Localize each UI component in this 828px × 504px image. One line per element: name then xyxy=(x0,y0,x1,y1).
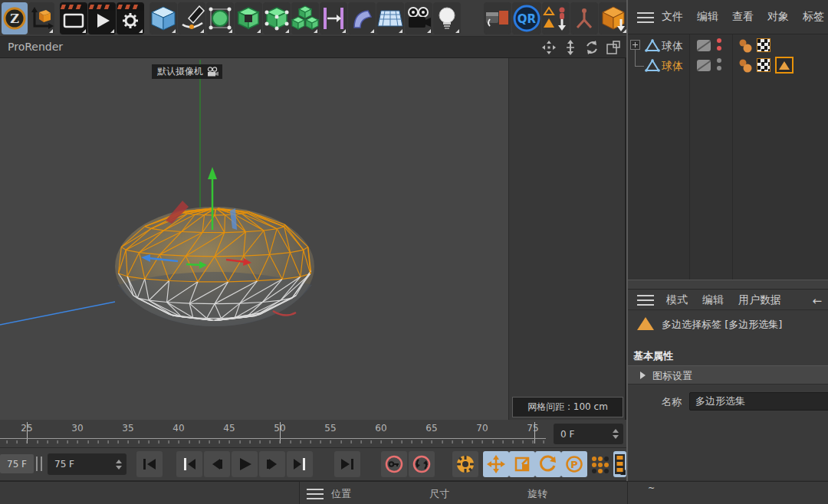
object-name[interactable]: 球体 xyxy=(662,40,683,54)
next-frame-button[interactable] xyxy=(259,451,285,477)
camera-small-icon xyxy=(206,67,219,77)
array-generator-icon[interactable] xyxy=(291,2,319,34)
ruler-baseline xyxy=(0,438,546,439)
range-slider-grip[interactable] xyxy=(36,457,42,471)
object-manager[interactable]: 球体 球体 xyxy=(628,34,828,280)
menu-tags[interactable]: 标签 xyxy=(803,10,824,24)
right-panel: 文件 编辑 查看 对象 标签 球体 xyxy=(626,0,828,481)
menu-mode[interactable]: 模式 xyxy=(666,293,688,307)
editor-visibility-dot[interactable] xyxy=(717,58,721,63)
character-definition-icon[interactable] xyxy=(542,2,570,34)
camera-icon[interactable] xyxy=(405,2,432,34)
next-key-button[interactable] xyxy=(287,451,313,477)
goto-end-button[interactable] xyxy=(334,451,360,477)
joint-tool-icon[interactable] xyxy=(570,2,598,34)
record-keyframe-button[interactable] xyxy=(381,451,407,477)
chevron-up-icon[interactable] xyxy=(613,429,619,433)
current-frame-spinner[interactable]: 75 F xyxy=(48,453,127,475)
key-parameter-toggle[interactable]: P xyxy=(561,451,587,477)
chevron-down-icon[interactable] xyxy=(116,466,122,470)
range-end-value: 75 F xyxy=(7,459,27,470)
triangle-icon xyxy=(779,61,790,70)
menu-file[interactable]: 文件 xyxy=(662,10,683,24)
axis-modeling-icon[interactable] xyxy=(28,2,54,34)
menu-object[interactable]: 对象 xyxy=(767,10,789,24)
key-rotation-toggle[interactable] xyxy=(535,451,561,477)
bend-deformer-icon[interactable] xyxy=(348,2,376,34)
render-picture-viewer-icon[interactable] xyxy=(88,2,116,34)
coordinate-bar: 位置 尺寸 旋转 ~ xyxy=(0,481,828,504)
key-scale-toggle[interactable] xyxy=(509,451,535,477)
render-settings-icon[interactable] xyxy=(117,2,144,34)
camera-label[interactable]: 默认摄像机 xyxy=(152,64,222,79)
ffd-deformer-icon[interactable] xyxy=(263,2,291,34)
viewport-canvas[interactable]: 默认摄像机 网格间距 : 100 cm xyxy=(0,58,626,420)
maximize-view-icon[interactable] xyxy=(605,39,622,56)
prev-frame-button[interactable] xyxy=(204,451,230,477)
light-icon[interactable] xyxy=(433,2,461,34)
divider xyxy=(299,482,300,504)
phong-tag[interactable] xyxy=(738,38,753,54)
extrude-generator-icon[interactable] xyxy=(235,2,262,34)
motion-clip-icon[interactable] xyxy=(613,451,626,477)
subdivision-surface-icon[interactable] xyxy=(206,2,234,34)
menu-edit[interactable]: 编辑 xyxy=(697,10,718,24)
uvw-tag[interactable] xyxy=(757,38,770,52)
name-label: 名称 xyxy=(662,395,682,409)
tick-label: 45 xyxy=(219,423,239,434)
menu-userdata[interactable]: 用户数据 xyxy=(738,293,781,307)
object-manager-menu-icon[interactable] xyxy=(637,12,654,23)
keying-settings-button[interactable] xyxy=(452,451,478,477)
goto-start-button[interactable] xyxy=(136,451,163,477)
render-view-icon[interactable] xyxy=(60,2,87,34)
editor-visibility-dot[interactable] xyxy=(717,38,721,43)
polygon-selection-tag-selected[interactable] xyxy=(775,57,794,74)
icon-settings-group[interactable]: 图标设置 xyxy=(628,365,828,385)
bake-object-icon[interactable] xyxy=(599,2,628,34)
object-row-sphere-parent[interactable]: 球体 xyxy=(628,36,828,56)
frame-spinner-value: 0 F xyxy=(554,429,611,440)
tick-label: 40 xyxy=(169,423,189,434)
prev-key-button[interactable] xyxy=(176,451,202,477)
render-visibility-dot[interactable] xyxy=(717,66,721,70)
spinner-chevrons[interactable] xyxy=(114,460,127,470)
chevron-down-icon[interactable] xyxy=(613,435,619,439)
key-pla-toggle[interactable] xyxy=(587,451,612,477)
autokey-button[interactable] xyxy=(409,451,435,477)
layer-toggle[interactable] xyxy=(697,40,711,51)
key-position-toggle[interactable] xyxy=(483,451,509,477)
play-button[interactable] xyxy=(232,451,258,477)
layer-toggle[interactable] xyxy=(697,60,711,71)
pen-spline-icon[interactable] xyxy=(178,2,205,34)
menu-view[interactable]: 查看 xyxy=(732,10,754,24)
pan-view-icon[interactable] xyxy=(540,39,557,56)
spinner-chevrons[interactable] xyxy=(611,429,623,439)
uvw-tag[interactable] xyxy=(757,58,770,72)
zoom-view-icon[interactable] xyxy=(562,39,579,56)
object-name-selected[interactable]: 球体 xyxy=(662,60,683,74)
coordinate-menu-icon[interactable] xyxy=(307,489,324,499)
object-row-sphere-child[interactable]: 球体 xyxy=(628,56,828,76)
panel-resize-mark: ~ xyxy=(648,483,655,493)
collapse-arrow-icon[interactable] xyxy=(640,371,646,379)
phong-tag[interactable] xyxy=(738,58,753,74)
back-arrow-icon[interactable]: ← xyxy=(812,294,822,308)
add-cube-primitive-icon[interactable] xyxy=(150,2,177,34)
render-queue-icon[interactable] xyxy=(484,2,511,34)
tick-label: 70 xyxy=(472,423,492,434)
name-input[interactable] xyxy=(689,392,828,411)
menu-edit2[interactable]: 编辑 xyxy=(702,293,724,307)
timeline-ruler[interactable]: 25 30 35 40 45 50 55 60 65 70 75 0 F xyxy=(0,420,626,448)
panel-splitter[interactable] xyxy=(628,280,828,290)
rotate-view-icon[interactable] xyxy=(583,39,600,56)
attribute-menu-icon[interactable] xyxy=(637,295,654,306)
spline-measure-icon[interactable] xyxy=(320,2,347,34)
timeline-range-end[interactable]: 75 F xyxy=(0,454,34,473)
floor-environment-icon[interactable] xyxy=(376,2,404,34)
chevron-up-icon[interactable] xyxy=(116,460,122,463)
frame-spinner[interactable]: 0 F xyxy=(554,424,623,444)
prorender-qr-icon[interactable]: QR xyxy=(512,2,541,34)
render-visibility-dot[interactable] xyxy=(717,46,721,51)
tick-label: 60 xyxy=(371,423,391,434)
undo-z-icon[interactable]: Z xyxy=(2,2,28,34)
